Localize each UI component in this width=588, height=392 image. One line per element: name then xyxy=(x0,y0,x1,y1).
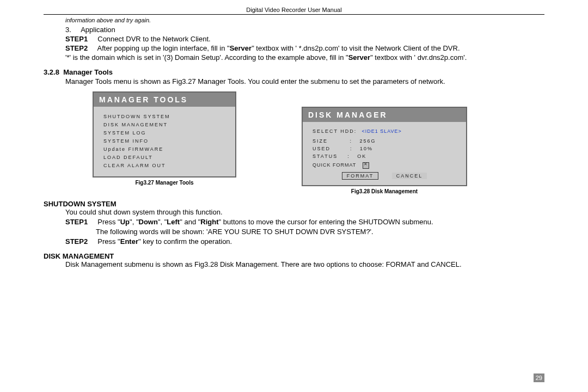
section-heading: 3.2.8 Manager Tools xyxy=(44,68,544,76)
size-label: SIZE xyxy=(313,138,328,144)
fig-manager-tools: MANAGER TOOLS SHUTDOWN SYSTEM DISK MANAG… xyxy=(93,91,236,194)
header-rule xyxy=(44,14,544,15)
shutdown-heading: SHUTDOWN SYSTEM xyxy=(44,200,544,208)
figures-row: MANAGER TOOLS SHUTDOWN SYSTEM DISK MANAG… xyxy=(93,91,544,194)
fig-disk-manager: DISK MANAGER SELECT HDD: <IDE1 SLAVE> SI… xyxy=(302,91,467,194)
quick-format-label: QUICK FORMAT xyxy=(313,163,356,168)
manager-menu-body: SHUTDOWN SYSTEM DISK MANAGEMENT SYSTEM L… xyxy=(94,107,235,176)
status-value: OK xyxy=(357,154,366,159)
step2-label: STEP2 xyxy=(65,44,88,52)
step1-label: STEP1 xyxy=(65,35,88,43)
application-block: 3. Application STEP1 Connect DVR to the … xyxy=(44,26,544,63)
status-label: STATUS xyxy=(313,154,338,159)
sec-num: 3.2.8 xyxy=(44,68,59,76)
section-para: Manager Tools menu is shown as Fig3.27 M… xyxy=(65,77,544,87)
step2-text-a: After popping up the login interface, fi… xyxy=(97,44,230,52)
format-button[interactable]: FORMAT xyxy=(342,172,378,180)
cancel-button[interactable]: CANCEL xyxy=(392,173,427,179)
menu-item-sysinfo[interactable]: SYSTEM INFO xyxy=(103,138,225,144)
step2-text-b: " textbox with ' *.dns2p.com' to visit t… xyxy=(252,44,460,52)
sec-title: Manager Tools xyxy=(63,68,113,76)
menu-item-loaddefault[interactable]: LOAD DEFAULT xyxy=(103,155,225,160)
continued-hint: information above and try again. xyxy=(65,17,544,23)
select-hdd-label: SELECT HDD: xyxy=(313,128,357,134)
manager-menu-title: MANAGER TOOLS xyxy=(94,93,235,107)
shutdown-s1-label: STEP1 xyxy=(65,218,88,226)
doc-header: Digital Video Recorder User Manual xyxy=(44,7,544,14)
fig328-caption: Fig3.28 Disk Management xyxy=(351,188,418,194)
shutdown-warn: The following words will be shown: 'ARE … xyxy=(96,228,544,237)
domain-text-b: " textbox with ' dvr.dns2p.com'. xyxy=(370,53,467,62)
menu-item-diskmgmt[interactable]: DISK MANAGEMENT xyxy=(103,122,225,127)
shutdown-s2-label: STEP2 xyxy=(65,237,88,246)
app-label: Application xyxy=(81,26,115,34)
shutdown-steps: STEP1 Press "Up", "Down", "Left" and "Ri… xyxy=(65,218,544,247)
menu-item-syslog[interactable]: SYSTEM LOG xyxy=(103,130,225,136)
used-label: USED xyxy=(313,146,330,151)
manager-tools-menu: MANAGER TOOLS SHUTDOWN SYSTEM DISK MANAG… xyxy=(93,91,236,177)
step1-text: Connect DVR to the Network Client. xyxy=(97,35,210,43)
size-value: 256G xyxy=(360,138,376,144)
used-value: 10% xyxy=(360,146,373,151)
menu-item-shutdown[interactable]: SHUTDOWN SYSTEM xyxy=(103,114,225,119)
disk-manager-menu: DISK MANAGER SELECT HDD: <IDE1 SLAVE> SI… xyxy=(302,107,467,186)
diskmgmt-heading: DISK MANAGEMENT xyxy=(44,252,544,260)
server-word-2: Server xyxy=(348,53,370,62)
manual-page: Digital Video Recorder User Manual infor… xyxy=(0,0,588,392)
menu-item-update-fw[interactable]: Update FIRMWARE xyxy=(103,146,225,152)
disk-menu-body: SELECT HDD: <IDE1 SLAVE> SIZE : 256G USE… xyxy=(303,122,466,185)
disk-menu-title: DISK MANAGER xyxy=(303,108,466,122)
page-number: 29 xyxy=(534,373,544,382)
select-hdd-value[interactable]: <IDE1 SLAVE> xyxy=(362,128,401,134)
fig327-caption: Fig3.27 Manager Tools xyxy=(135,180,193,186)
app-num: 3. xyxy=(65,26,71,34)
domain-text-a: '*' is the domain which is set in '(3) D… xyxy=(65,53,348,62)
quick-format-checkbox[interactable] xyxy=(363,162,369,169)
menu-item-clearalarm[interactable]: CLEAR ALARM OUT xyxy=(103,163,225,168)
shutdown-intro: You could shut down system through this … xyxy=(65,208,544,217)
server-word: Server xyxy=(230,44,252,52)
diskmgmt-para: Disk Management submenu is shown as Fig3… xyxy=(65,260,544,270)
